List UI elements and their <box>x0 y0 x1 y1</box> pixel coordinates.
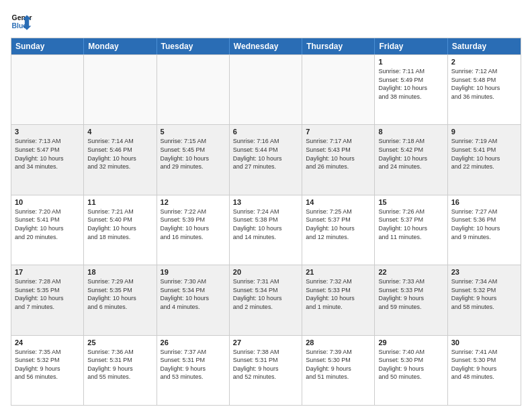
day-number: 1 <box>378 58 443 66</box>
logo-icon: General Blue <box>11 11 32 32</box>
day-number: 6 <box>233 128 298 136</box>
day-info: Sunrise: 7:26 AM Sunset: 5:37 PM Dayligh… <box>378 208 443 241</box>
calendar-cell <box>84 55 157 124</box>
calendar-cell: 20Sunrise: 7:31 AM Sunset: 5:34 PM Dayli… <box>230 265 302 334</box>
calendar-cell: 24Sunrise: 7:35 AM Sunset: 5:32 PM Dayli… <box>11 336 84 405</box>
day-number: 11 <box>87 198 152 206</box>
calendar-row: 24Sunrise: 7:35 AM Sunset: 5:32 PM Dayli… <box>11 335 521 405</box>
day-number: 2 <box>451 58 517 66</box>
calendar-cell: 7Sunrise: 7:17 AM Sunset: 5:43 PM Daylig… <box>302 125 375 194</box>
day-info: Sunrise: 7:24 AM Sunset: 5:38 PM Dayligh… <box>233 208 298 241</box>
day-number: 24 <box>15 338 80 347</box>
day-info: Sunrise: 7:40 AM Sunset: 5:30 PM Dayligh… <box>378 348 443 381</box>
day-info: Sunrise: 7:25 AM Sunset: 5:37 PM Dayligh… <box>306 208 371 241</box>
day-number: 15 <box>378 198 443 206</box>
calendar-cell: 12Sunrise: 7:22 AM Sunset: 5:39 PM Dayli… <box>157 195 230 265</box>
calendar-cell: 5Sunrise: 7:15 AM Sunset: 5:45 PM Daylig… <box>157 125 230 194</box>
day-info: Sunrise: 7:17 AM Sunset: 5:43 PM Dayligh… <box>306 137 371 171</box>
calendar-cell: 29Sunrise: 7:40 AM Sunset: 5:30 PM Dayli… <box>375 336 447 405</box>
calendar-cell: 16Sunrise: 7:27 AM Sunset: 5:36 PM Dayli… <box>448 195 521 265</box>
day-number: 28 <box>306 338 371 347</box>
calendar-row: 1Sunrise: 7:11 AM Sunset: 5:49 PM Daylig… <box>11 54 521 124</box>
day-info: Sunrise: 7:15 AM Sunset: 5:45 PM Dayligh… <box>161 137 226 171</box>
day-info: Sunrise: 7:14 AM Sunset: 5:46 PM Dayligh… <box>87 137 152 171</box>
day-info: Sunrise: 7:27 AM Sunset: 5:36 PM Dayligh… <box>451 208 517 241</box>
calendar-cell: 18Sunrise: 7:29 AM Sunset: 5:35 PM Dayli… <box>84 265 157 334</box>
weekday-header: Friday <box>375 38 447 54</box>
calendar: SundayMondayTuesdayWednesdayThursdayFrid… <box>11 38 521 406</box>
calendar-cell: 14Sunrise: 7:25 AM Sunset: 5:37 PM Dayli… <box>302 195 375 265</box>
day-info: Sunrise: 7:32 AM Sunset: 5:33 PM Dayligh… <box>306 277 371 311</box>
calendar-row: 17Sunrise: 7:28 AM Sunset: 5:35 PM Dayli… <box>11 265 521 334</box>
calendar-cell: 1Sunrise: 7:11 AM Sunset: 5:49 PM Daylig… <box>375 55 447 124</box>
day-info: Sunrise: 7:18 AM Sunset: 5:42 PM Dayligh… <box>378 137 443 171</box>
day-number: 16 <box>451 198 517 206</box>
day-number: 19 <box>161 268 226 276</box>
day-number: 9 <box>451 128 517 136</box>
weekday-header: Monday <box>84 38 157 54</box>
day-info: Sunrise: 7:30 AM Sunset: 5:34 PM Dayligh… <box>161 277 226 311</box>
day-number: 23 <box>451 268 517 276</box>
day-number: 14 <box>306 198 371 206</box>
calendar-body: 1Sunrise: 7:11 AM Sunset: 5:49 PM Daylig… <box>11 54 521 405</box>
calendar-cell <box>230 55 302 124</box>
day-number: 25 <box>87 338 152 347</box>
day-number: 5 <box>161 128 226 136</box>
day-number: 18 <box>87 268 152 276</box>
day-number: 27 <box>233 338 298 347</box>
calendar-cell: 15Sunrise: 7:26 AM Sunset: 5:37 PM Dayli… <box>375 195 447 265</box>
calendar-cell: 21Sunrise: 7:32 AM Sunset: 5:33 PM Dayli… <box>302 265 375 334</box>
calendar-cell: 26Sunrise: 7:37 AM Sunset: 5:31 PM Dayli… <box>157 336 230 405</box>
day-number: 29 <box>378 338 443 347</box>
calendar-cell <box>302 55 375 124</box>
day-number: 21 <box>306 268 371 276</box>
weekday-header: Sunday <box>11 38 84 54</box>
calendar-cell: 6Sunrise: 7:16 AM Sunset: 5:44 PM Daylig… <box>230 125 302 194</box>
day-info: Sunrise: 7:22 AM Sunset: 5:39 PM Dayligh… <box>161 208 226 241</box>
day-number: 7 <box>306 128 371 136</box>
day-info: Sunrise: 7:37 AM Sunset: 5:31 PM Dayligh… <box>161 348 226 381</box>
calendar-cell: 23Sunrise: 7:34 AM Sunset: 5:32 PM Dayli… <box>448 265 521 334</box>
day-info: Sunrise: 7:11 AM Sunset: 5:49 PM Dayligh… <box>378 67 443 101</box>
calendar-cell: 4Sunrise: 7:14 AM Sunset: 5:46 PM Daylig… <box>84 125 157 194</box>
weekday-header: Thursday <box>302 38 375 54</box>
calendar-cell: 2Sunrise: 7:12 AM Sunset: 5:48 PM Daylig… <box>448 55 521 124</box>
weekday-header: Tuesday <box>157 38 230 54</box>
day-info: Sunrise: 7:12 AM Sunset: 5:48 PM Dayligh… <box>451 67 517 101</box>
header: General Blue <box>11 11 521 32</box>
day-info: Sunrise: 7:16 AM Sunset: 5:44 PM Dayligh… <box>233 137 298 171</box>
calendar-row: 3Sunrise: 7:13 AM Sunset: 5:47 PM Daylig… <box>11 124 521 194</box>
calendar-cell: 9Sunrise: 7:19 AM Sunset: 5:41 PM Daylig… <box>448 125 521 194</box>
day-info: Sunrise: 7:36 AM Sunset: 5:31 PM Dayligh… <box>87 348 152 381</box>
calendar-cell: 22Sunrise: 7:33 AM Sunset: 5:33 PM Dayli… <box>375 265 447 334</box>
day-number: 12 <box>161 198 226 206</box>
day-info: Sunrise: 7:20 AM Sunset: 5:41 PM Dayligh… <box>15 208 80 241</box>
day-number: 17 <box>15 268 80 276</box>
calendar-cell: 30Sunrise: 7:41 AM Sunset: 5:30 PM Dayli… <box>448 336 521 405</box>
day-info: Sunrise: 7:19 AM Sunset: 5:41 PM Dayligh… <box>451 137 517 171</box>
calendar-cell <box>11 55 84 124</box>
day-info: Sunrise: 7:39 AM Sunset: 5:30 PM Dayligh… <box>306 348 371 381</box>
calendar-row: 10Sunrise: 7:20 AM Sunset: 5:41 PM Dayli… <box>11 195 521 265</box>
day-number: 26 <box>161 338 226 347</box>
calendar-cell: 10Sunrise: 7:20 AM Sunset: 5:41 PM Dayli… <box>11 195 84 265</box>
day-info: Sunrise: 7:41 AM Sunset: 5:30 PM Dayligh… <box>451 348 517 381</box>
page: General Blue SundayMondayTuesdayWednesda… <box>0 0 532 411</box>
day-info: Sunrise: 7:21 AM Sunset: 5:40 PM Dayligh… <box>87 208 152 241</box>
day-info: Sunrise: 7:13 AM Sunset: 5:47 PM Dayligh… <box>15 137 80 171</box>
day-number: 3 <box>15 128 80 136</box>
day-number: 4 <box>87 128 152 136</box>
day-info: Sunrise: 7:33 AM Sunset: 5:33 PM Dayligh… <box>378 277 443 311</box>
logo: General Blue <box>11 11 32 32</box>
calendar-cell: 28Sunrise: 7:39 AM Sunset: 5:30 PM Dayli… <box>302 336 375 405</box>
day-number: 30 <box>451 338 517 347</box>
calendar-cell: 27Sunrise: 7:38 AM Sunset: 5:31 PM Dayli… <box>230 336 302 405</box>
calendar-cell: 13Sunrise: 7:24 AM Sunset: 5:38 PM Dayli… <box>230 195 302 265</box>
calendar-cell: 17Sunrise: 7:28 AM Sunset: 5:35 PM Dayli… <box>11 265 84 334</box>
day-number: 8 <box>378 128 443 136</box>
calendar-header: SundayMondayTuesdayWednesdayThursdayFrid… <box>11 38 521 54</box>
day-number: 13 <box>233 198 298 206</box>
day-info: Sunrise: 7:38 AM Sunset: 5:31 PM Dayligh… <box>233 348 298 381</box>
day-info: Sunrise: 7:31 AM Sunset: 5:34 PM Dayligh… <box>233 277 298 311</box>
calendar-cell: 8Sunrise: 7:18 AM Sunset: 5:42 PM Daylig… <box>375 125 447 194</box>
